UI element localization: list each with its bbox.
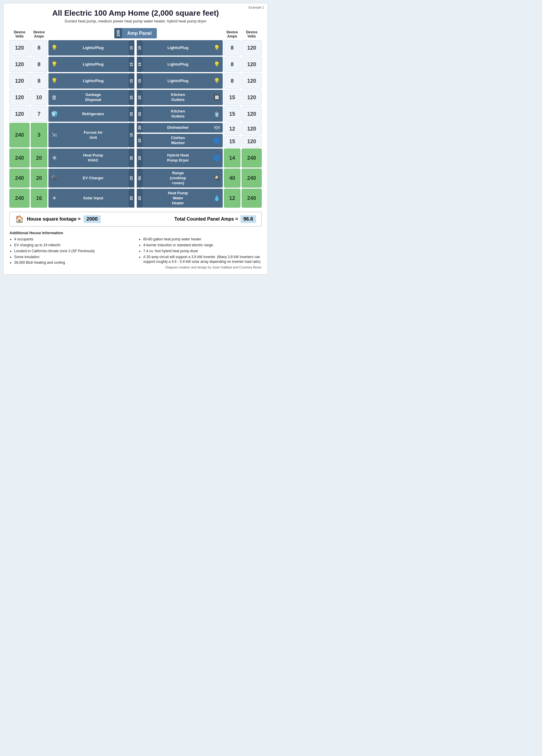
left-amps: 8	[31, 40, 47, 56]
info-left-item: Located in California climate zone 3 (SF…	[14, 249, 133, 254]
right-volts: 240	[242, 149, 262, 167]
device-block-right: 15 Lights/Plug 💡	[137, 57, 223, 72]
device-block-left: 🗑 Garbage Disposal 20	[48, 90, 134, 105]
device-icon-special: 🌬	[51, 132, 58, 138]
info-left-item: EV charging up to 19 miles/hr	[14, 243, 133, 248]
right-amps: 14	[224, 149, 240, 167]
left-amps: 7	[31, 106, 47, 122]
device-name-right: Heat Pump Water Heater	[145, 191, 211, 206]
device-icon-left: ☀	[51, 195, 58, 201]
sq-footage-label: House square footage =	[27, 216, 81, 222]
device-icon-right: 🔲	[213, 94, 220, 101]
left-amps: 10	[31, 90, 47, 105]
info-right-list: 60-80 gallon heat pump water heater4-bur…	[139, 237, 262, 264]
circuit-breaker-left: 30	[128, 149, 134, 167]
circuit-breaker-right: 20	[137, 189, 143, 208]
info-right-item: 7.4 cu. foot hybrid heat pump dryer	[143, 249, 262, 254]
circuit-breaker-right: 20	[137, 149, 143, 167]
device-icon-right: 🍽	[213, 125, 220, 131]
device-block-right: 20 Heat Pump Water Heater 💧	[137, 189, 223, 208]
device-inner-left: 💡 Lights/Plug	[48, 40, 128, 56]
device-inner-right: Kitchen Outlets 🔲	[143, 90, 223, 105]
right-amps: 12	[224, 189, 240, 208]
device-inner-right: Range (cooktop +oven) 🍳	[143, 169, 223, 188]
right-amps-special1: 12	[224, 123, 240, 134]
page-subtitle: Ducted heat pump, medium power heat pump…	[9, 19, 262, 23]
header-left-volts: DeviceVolts	[9, 30, 30, 39]
device-name-left: Refrigerator	[60, 112, 126, 117]
circuit-breaker-right: 20	[137, 90, 143, 105]
left-volts: 240	[9, 149, 30, 167]
device-icon-right: 🌀	[213, 155, 220, 161]
circuit-breaker-left: 20	[128, 106, 134, 122]
device-name-right: Hybrid Heat Pump Dryer	[145, 153, 211, 163]
device-block-right: 15 Lights/Plug 💡	[137, 40, 223, 56]
device-block-left: ☀ Solar Input 20	[48, 189, 134, 208]
device-icon-left: 💡	[51, 61, 58, 68]
circuit-breaker-right: 15	[137, 73, 143, 89]
info-right-item: 60-80 gallon heat pump water heater	[143, 237, 262, 242]
device-inner-right: Heat Pump Water Heater 💧	[143, 189, 223, 208]
header-right-amps: DeviceAmps	[224, 30, 240, 39]
right-amps-special2: 15	[224, 136, 240, 147]
device-name-left: Solar Input	[60, 196, 126, 201]
panel-amps-label: Total Counted Panel Amps =	[174, 216, 238, 222]
device-block-right: 50 Range (cooktop +oven) 🍳	[137, 169, 223, 188]
right-volts-special1: 120	[242, 123, 262, 134]
device-name-right: Lights/Plug	[145, 79, 211, 84]
circuit-breaker-right: 15	[137, 40, 143, 56]
circuit-breaker-left: 15	[128, 40, 134, 56]
right-amps: 8	[224, 40, 240, 56]
device-block-right: 20 Dishwasher 🍽	[137, 123, 223, 133]
device-icon-left: 🧊	[51, 111, 58, 117]
device-block-left: 💡 Lights/Plug 15	[48, 57, 134, 72]
left-amps: 8	[31, 73, 47, 89]
device-icon-left: 💡	[51, 78, 58, 84]
device-name-left: Heat Pump HVAC	[60, 153, 126, 163]
device-block-left: 💡 Lights/Plug 15	[48, 40, 134, 56]
circuit-breaker-right: 20	[137, 106, 143, 122]
device-inner-right: Lights/Plug 💡	[143, 73, 223, 89]
device-inner-special-left: 🌬 Forced Air Unit	[48, 123, 128, 147]
device-name-left: Lights/Plug	[60, 62, 126, 67]
device-icon-right: 💡	[213, 45, 220, 51]
device-inner-right: Kitchen Outlets 🥤	[143, 106, 223, 122]
device-block-right: 20 Clothes Washer 🌀	[137, 134, 223, 147]
device-name-right: Range (cooktop +oven)	[145, 171, 211, 186]
device-inner-right: Dishwasher 🍽	[143, 123, 223, 133]
right-amps: 15	[224, 106, 240, 122]
device-name-right: Clothes Washer	[145, 136, 211, 146]
page-title: All Electric 100 Amp Home (2,000 square …	[9, 9, 262, 18]
device-icon-left: 🔌	[51, 175, 58, 181]
summary-left: 🏠 House square footage = 2000	[15, 215, 101, 223]
info-right-item: A 20-amp circuit will support a 3.8 kW i…	[143, 255, 262, 265]
right-volts: 120	[242, 106, 262, 122]
right-volts: 120	[242, 40, 262, 56]
header-right-volts: DeviceVolts	[242, 30, 262, 39]
left-amps: 20	[31, 169, 47, 188]
device-icon-right: 💡	[213, 78, 220, 84]
device-name-left: Lights/Plug	[60, 79, 126, 84]
circuit-row: 120 8 💡 Lights/Plug 15 15 Lights/Plug 💡 …	[9, 40, 262, 56]
circuit-breaker-left: 15	[128, 57, 134, 72]
device-name-special: Forced Air Unit	[60, 130, 126, 140]
right-volts: 240	[242, 189, 262, 208]
device-inner-left: 💡 Lights/Plug	[48, 73, 128, 89]
amp-panel-header: 100 Amp Panel	[48, 28, 223, 38]
device-name-left: Lights/Plug	[60, 45, 126, 50]
circuit-breaker-right: 15	[137, 57, 143, 72]
circuit-row: 240 20 ❄ Heat Pump HVAC 30 20 Hybrid Hea…	[9, 149, 262, 167]
device-name-right: Lights/Plug	[145, 45, 211, 50]
right-volts: 240	[242, 169, 262, 188]
device-block-left: 💡 Lights/Plug 15	[48, 73, 134, 89]
amp-panel-badge: 100 Amp Panel	[114, 28, 157, 38]
circuit-row: 240 16 ☀ Solar Input 20 20 Heat Pump Wat…	[9, 189, 262, 208]
amp-panel-label: Amp Panel	[122, 28, 157, 38]
right-amps: 40	[224, 169, 240, 188]
circuit-row: 120 8 💡 Lights/Plug 15 15 Lights/Plug 💡 …	[9, 57, 262, 72]
left-volts: 240	[9, 169, 30, 188]
circuit-row: 120 10 🗑 Garbage Disposal 20 20 Kitchen …	[9, 90, 262, 105]
circuit-row: 240 20 🔌 EV Charger 25 50 Range (cooktop…	[9, 169, 262, 188]
circuit-breaker-left: 20	[128, 90, 134, 105]
device-inner-left: 🧊 Refrigerator	[48, 106, 128, 122]
